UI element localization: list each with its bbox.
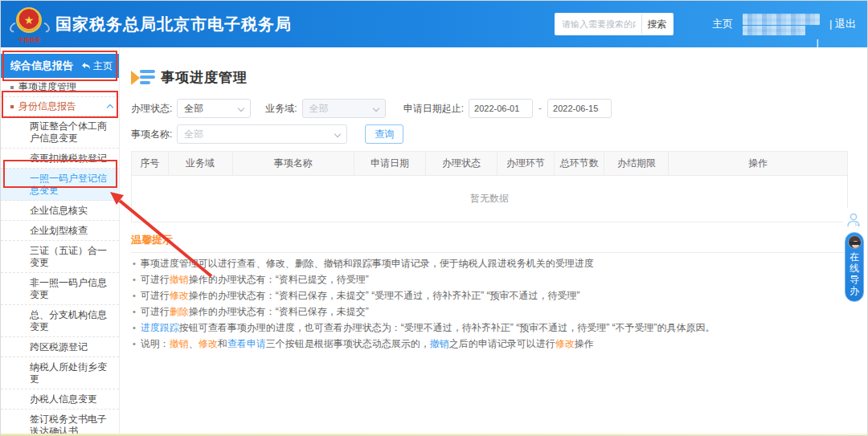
logout-label[interactable]: 退出 <box>835 18 856 30</box>
tip-text-segment: 之后的申请记录可以进行 <box>449 338 555 349</box>
date-range-separator: - <box>538 103 542 114</box>
logout-link[interactable]: | 退出 <box>829 17 856 31</box>
sidebar: 综合信息报告 主页 事项进度管理身份信息报告两证整合个体工商户信息变更变更扣缴税… <box>1 47 120 435</box>
tip-action-link[interactable]: 删除 <box>170 306 189 317</box>
sidebar-item[interactable]: 纳税人所处街乡变更 <box>1 357 119 389</box>
table-header-cell: 事项名称 <box>232 152 354 175</box>
sidebar-item[interactable]: 办税人信息变更 <box>1 389 119 410</box>
online-assist-label: 在线导办 <box>849 251 860 296</box>
sidebar-item-label: 跨区税源登记 <box>30 341 88 353</box>
assist-tab[interactable] <box>843 208 864 232</box>
tip-text: 说明：撤销、修改和查看申请三个按钮是根据事项状态动态展示的，撤销之后的申请记录可… <box>141 338 594 349</box>
query-button[interactable]: 查询 <box>365 124 403 144</box>
tip-text-segment: 按钮可查看事项办理的进度，也可查看办理状态为：“受理不通过，待补齐补正” “预审… <box>179 322 715 333</box>
sidebar-item[interactable]: 企业信息核实 <box>1 201 119 221</box>
tip-action-link[interactable]: 撤销 <box>170 274 189 285</box>
tip-text-segment: 可进行 <box>141 290 170 301</box>
tip-action-link[interactable]: 修改 <box>170 290 189 301</box>
app-title: 国家税务总局北京市电子税务局 <box>55 14 292 35</box>
search-input[interactable] <box>556 15 641 33</box>
tip-text-segment: 、 <box>189 338 199 349</box>
tips-list: •事项进度管理可以进行查看、修改、删除、撤销和跟踪事项申请记录，便于纳税人跟进税… <box>131 258 848 349</box>
floating-assist-widget: 在线导办 <box>843 208 866 302</box>
tip-text-segment: 操作的办理状态有：“资料已提交，待受理” <box>189 274 369 285</box>
sidebar-item-label: 纳税人所处街乡变更 <box>30 361 113 385</box>
sidebar-item[interactable]: 总、分支机构信息变更 <box>1 305 119 337</box>
date-from-input[interactable] <box>469 99 533 118</box>
sidebar-menu: 事项进度管理身份信息报告两证整合个体工商户信息变更变更扣缴税款登记一照一码户登记… <box>1 78 119 435</box>
status-select[interactable]: 全部 <box>177 99 251 118</box>
tip-text: 事项进度管理可以进行查看、修改、删除、撤销和跟踪事项申请记录，便于纳税人跟进税务… <box>141 258 594 269</box>
table-header-cell: 办理环节 <box>497 152 554 175</box>
search-button[interactable]: 搜索 <box>641 14 672 34</box>
status-filter-label: 办理状态: <box>131 102 172 116</box>
sidebar-section-title: 综合信息报告 <box>10 59 81 73</box>
sidebar-item[interactable]: 变更扣缴税款登记 <box>1 149 119 169</box>
tip-action-link[interactable]: 撤销 <box>170 338 189 349</box>
sidebar-item[interactable]: 事项进度管理 <box>1 78 119 97</box>
table-header-cell: 业务域 <box>168 152 232 175</box>
chevron-up-icon <box>107 104 113 111</box>
sidebar-item-label: 三证（五证）合一变更 <box>30 245 113 269</box>
logo-caption: 中国税务 <box>14 36 46 44</box>
sidebar-item[interactable]: 一照一码户登记信息变更 <box>1 169 119 201</box>
sidebar-item[interactable]: 企业划型核查 <box>1 221 119 241</box>
tip-line: •可进行撤销操作的办理状态有：“资料已提交，待受理” <box>131 274 848 285</box>
app-window: ★ 中国税务 国家税务总局北京市电子税务局 搜索 主页 | 退出 | 综合信息报… <box>0 0 868 436</box>
table-header-cell: 申请日期 <box>354 152 425 175</box>
results-table: 序号业务域事项名称申请日期办理状态办理环节总环节数办结期限操作 暂无数据 <box>131 151 848 222</box>
redacted-username-mosaic <box>743 14 820 25</box>
page-title-row: 事项进度管理 <box>131 68 848 87</box>
sidebar-item-label: 企业划型核查 <box>30 225 88 237</box>
table-empty-state: 暂无数据 <box>132 176 847 222</box>
chevron-down-icon <box>238 105 244 112</box>
tip-text: 可进行撤销操作的办理状态有：“资料已提交，待受理” <box>141 274 369 285</box>
sidebar-item-label: 事项进度管理 <box>18 81 76 93</box>
item-name-filter-label: 事项名称: <box>131 128 172 141</box>
page-title-icon <box>131 69 155 87</box>
item-name-select[interactable]: 全部 <box>177 124 347 144</box>
bullet-icon: • <box>133 274 136 285</box>
sidebar-item[interactable]: 身份信息报告 <box>1 97 119 116</box>
tip-text: 可进行修改操作的办理状态有：“资料已保存，未提交” “受理不通过，待补齐补正” … <box>141 290 580 301</box>
sidebar-item-label: 身份信息报告 <box>18 100 76 112</box>
filter-row-1: 办理状态: 全部 业务域: 全部 申请日期起止: - <box>131 99 848 118</box>
tip-text: 进度跟踪按钮可查看事项办理的进度，也可查看办理状态为：“受理不通过，待补齐补正”… <box>141 322 715 333</box>
sidebar-item-label: 一照一码户登记信息变更 <box>30 173 113 197</box>
sidebar-item-label: 变更扣缴税款登记 <box>30 153 107 165</box>
date-to-input[interactable] <box>547 99 612 118</box>
tip-text-segment: 可进行 <box>141 274 170 285</box>
sidebar-item-label: 总、分支机构信息变更 <box>30 309 113 333</box>
sidebar-item-label: 企业信息核实 <box>30 205 88 217</box>
sidebar-item[interactable]: 签订税务文书电子送达确认书 <box>1 410 119 435</box>
header-home-link[interactable]: 主页 <box>712 17 733 31</box>
tip-action-link[interactable]: 查看申请 <box>227 338 266 349</box>
domain-select[interactable]: 全部 <box>302 99 386 118</box>
tip-action-link[interactable]: 修改 <box>555 338 575 349</box>
tip-text-segment: 可进行 <box>141 306 170 317</box>
sidebar-item-label: 两证整合个体工商户信息变更 <box>30 120 113 145</box>
table-header-cell: 操作 <box>668 152 847 175</box>
status-select-value: 全部 <box>184 102 203 116</box>
bullet-icon: • <box>133 290 136 301</box>
sidebar-item[interactable]: 三证（五证）合一变更 <box>1 241 119 273</box>
tip-action-link[interactable]: 进度跟踪 <box>141 322 179 333</box>
filter-row-2: 事项名称: 全部 查询 <box>131 124 848 144</box>
online-assist-button[interactable]: 在线导办 <box>845 232 864 302</box>
back-arrow-icon <box>81 62 91 70</box>
tip-action-link[interactable]: 撤销 <box>430 338 449 349</box>
sidebar-item[interactable]: 非一照一码户信息变更 <box>1 273 119 305</box>
search-box: 搜索 <box>555 13 674 35</box>
customer-service-avatar-icon <box>848 235 862 249</box>
bottom-edge-highlight <box>1 434 867 435</box>
tip-text-segment: 说明： <box>141 338 170 349</box>
sidebar-home-link[interactable]: 主页 <box>81 59 113 73</box>
bullet-icon: • <box>133 338 136 349</box>
sidebar-section-header: 综合信息报告 主页 <box>1 54 119 78</box>
tip-text: 可进行删除操作的办理状态有：“资料已保存，未提交” <box>141 306 369 317</box>
sidebar-item[interactable]: 跨区税源登记 <box>1 337 119 357</box>
tip-action-link[interactable]: 修改 <box>199 338 218 349</box>
tip-line: •可进行修改操作的办理状态有：“资料已保存，未提交” “受理不通过，待补齐补正”… <box>131 290 848 301</box>
tip-text-segment: 操作的办理状态有：“资料已保存，未提交” “受理不通过，待补齐补正” “预审不通… <box>189 290 580 301</box>
sidebar-item[interactable]: 两证整合个体工商户信息变更 <box>1 116 119 149</box>
